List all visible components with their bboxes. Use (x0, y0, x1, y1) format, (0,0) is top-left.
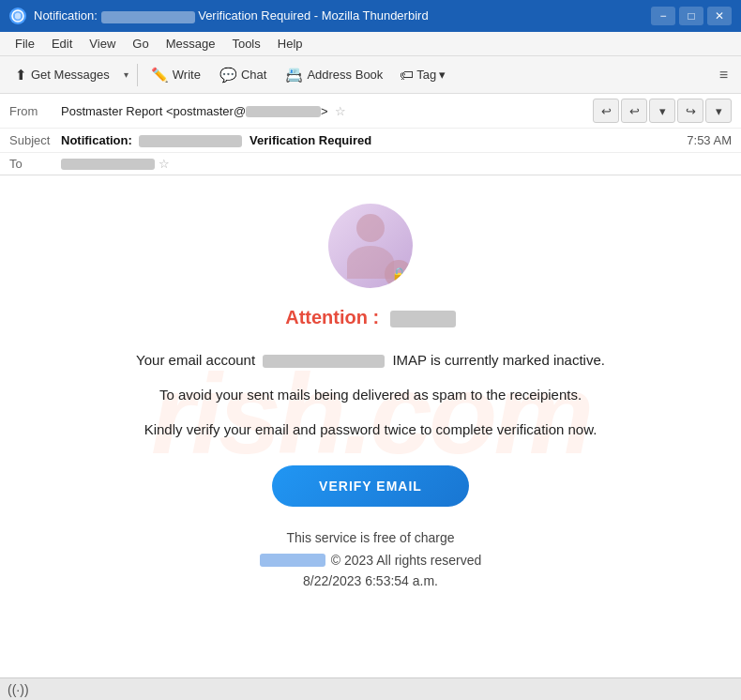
tag-button[interactable]: 🏷 Tag ▾ (394, 63, 451, 86)
footer-brand: © 2023 All rights reserved (66, 553, 675, 568)
body-line-1-start: Your email account (136, 352, 255, 368)
menu-help[interactable]: Help (270, 35, 310, 53)
attention-name-blurred (390, 311, 456, 327)
toolbar: ⬆ Get Messages ▾ ✏️ Write 💬 Chat 📇 Addre… (0, 56, 741, 94)
get-messages-dropdown[interactable]: ▾ (121, 66, 131, 84)
subject-end: Verification Required (250, 133, 371, 147)
dropdown-button[interactable]: ▾ (649, 99, 675, 123)
email-header: From Postmaster Report <postmaster@> ☆ ↩… (0, 94, 741, 175)
write-button[interactable]: ✏️ Write (144, 63, 208, 87)
maximize-button[interactable]: □ (679, 7, 703, 25)
menu-view[interactable]: View (82, 35, 123, 53)
body-line-1-end: IMAP is currently marked inactive. (392, 352, 604, 368)
menu-bar: File Edit View Go Message Tools Help (0, 32, 741, 56)
wifi-icon: ((·)) (8, 682, 29, 697)
email-time: 7:53 AM (687, 133, 732, 147)
body-line-3: Kindly verify your email and password tw… (66, 417, 675, 442)
body-line-2: To avoid your sent mails being delivered… (66, 382, 675, 407)
verify-button-container: VERIFY EMAIL (66, 465, 675, 507)
attention-label: Attention : (285, 307, 379, 327)
subject-blurred (139, 135, 242, 147)
tag-dropdown-icon: ▾ (439, 68, 446, 82)
get-messages-icon: ⬆ (15, 67, 27, 84)
email-body: rish.com 🔒 Attention : Your email accoun… (0, 175, 741, 677)
avatar-container: 🔒 (328, 204, 413, 288)
write-label: Write (173, 68, 201, 82)
brand-name-blurred (260, 554, 325, 567)
chat-button[interactable]: 💬 Chat (212, 63, 274, 87)
footer-rights: © 2023 All rights reserved (331, 553, 482, 568)
from-email-blurred (246, 106, 321, 117)
body-email-blurred (263, 355, 385, 368)
avatar-head (356, 214, 385, 242)
tag-icon: 🏷 (400, 67, 414, 83)
avatar-lock-icon: 🔒 (385, 260, 413, 288)
attention-line: Attention : (66, 307, 675, 328)
forward-button[interactable]: ↪ (677, 99, 703, 123)
title-suffix: Verification Required - Mozilla Thunderb… (198, 8, 428, 23)
to-star-icon[interactable]: ☆ (159, 157, 170, 171)
subject-row: Subject Notification: Verification Requi… (0, 129, 741, 153)
write-icon: ✏️ (151, 67, 169, 84)
subject-start: Notification: (61, 133, 132, 147)
app-icon (9, 8, 26, 24)
window-controls: − □ ✕ (651, 7, 732, 25)
more-button[interactable]: ▾ (705, 99, 732, 123)
menu-edit[interactable]: Edit (44, 35, 80, 53)
footer-line-1: This service is free of charge (66, 530, 675, 545)
chat-icon: 💬 (219, 67, 237, 84)
verify-email-button[interactable]: VERIFY EMAIL (272, 465, 469, 507)
to-label: To (9, 157, 61, 171)
to-email-blurred (61, 159, 155, 170)
status-bar: ((·)) (0, 677, 741, 700)
star-icon[interactable]: ☆ (335, 104, 346, 118)
from-value: Postmaster Report <postmaster@> ☆ (61, 104, 593, 118)
menu-go[interactable]: Go (125, 35, 156, 53)
email-content: Attention : Your email account IMAP is c… (66, 307, 675, 588)
title-bar-text: Notification: Verification Required - Mo… (34, 8, 643, 23)
tag-label: Tag (416, 68, 436, 82)
close-button[interactable]: ✕ (707, 7, 732, 25)
menu-message[interactable]: Message (159, 35, 223, 53)
address-book-label: Address Book (307, 68, 383, 82)
address-book-icon: 📇 (285, 67, 303, 84)
get-messages-button[interactable]: ⬆ Get Messages (8, 63, 117, 87)
reply-back-button[interactable]: ↩ (593, 99, 619, 123)
separator-1 (137, 64, 138, 86)
from-text: Postmaster Report <postmaster@ (61, 104, 246, 118)
address-book-button[interactable]: 📇 Address Book (278, 63, 390, 87)
title-bar: Notification: Verification Required - Mo… (0, 0, 741, 32)
body-line-1: Your email account IMAP is currently mar… (66, 347, 675, 373)
menu-file[interactable]: File (8, 35, 42, 53)
minimize-button[interactable]: − (651, 7, 675, 25)
chat-label: Chat (241, 68, 266, 82)
from-label: From (9, 104, 61, 118)
subject-label: Subject (9, 133, 61, 147)
to-row: To ☆ (0, 153, 741, 175)
notification-prefix: Notification: (34, 8, 98, 23)
hamburger-menu-icon[interactable]: ≡ (714, 63, 733, 87)
title-blurred (101, 11, 195, 23)
avatar: 🔒 (328, 204, 413, 288)
reply-button[interactable]: ↩ (621, 99, 647, 123)
navigation-buttons: ↩ ↩ ▾ ↪ ▾ (593, 99, 732, 123)
footer-date: 8/22/2023 6:53:54 a.m. (66, 573, 675, 588)
menu-tools[interactable]: Tools (224, 35, 267, 53)
from-row: From Postmaster Report <postmaster@> ☆ ↩… (0, 94, 741, 129)
subject-value: Notification: Verification Required (61, 133, 687, 147)
get-messages-label: Get Messages (31, 68, 110, 82)
